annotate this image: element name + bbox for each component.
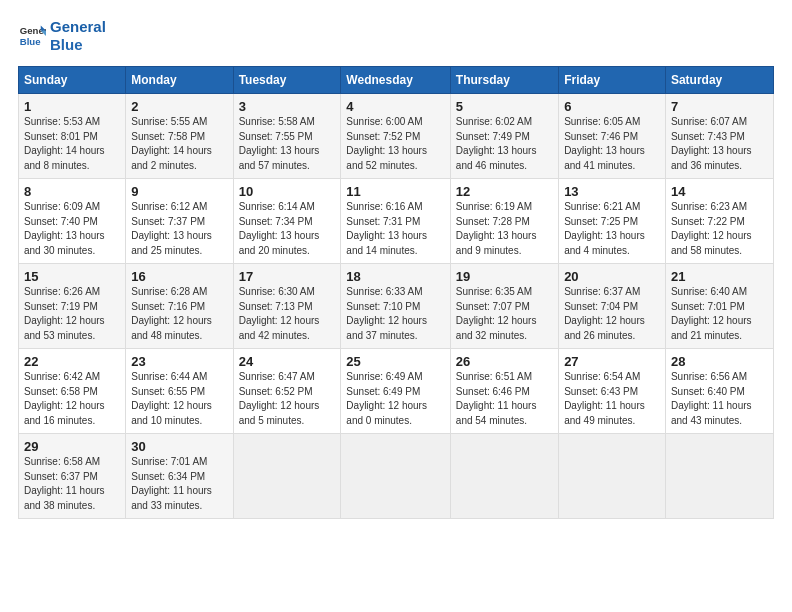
day-detail: Sunrise: 6:28 AMSunset: 7:16 PMDaylight:… (131, 285, 227, 343)
logo: General Blue GeneralBlue (18, 18, 106, 54)
calendar-cell: 15Sunrise: 6:26 AMSunset: 7:19 PMDayligh… (19, 264, 126, 349)
day-number: 17 (239, 269, 336, 284)
calendar-cell (341, 434, 451, 519)
weekday-friday: Friday (559, 67, 666, 94)
day-detail: Sunrise: 7:01 AMSunset: 6:34 PMDaylight:… (131, 455, 227, 513)
day-number: 27 (564, 354, 660, 369)
day-detail: Sunrise: 6:02 AMSunset: 7:49 PMDaylight:… (456, 115, 553, 173)
day-number: 18 (346, 269, 445, 284)
day-number: 13 (564, 184, 660, 199)
day-number: 5 (456, 99, 553, 114)
day-detail: Sunrise: 6:40 AMSunset: 7:01 PMDaylight:… (671, 285, 768, 343)
calendar-cell: 29Sunrise: 6:58 AMSunset: 6:37 PMDayligh… (19, 434, 126, 519)
weekday-saturday: Saturday (665, 67, 773, 94)
day-number: 24 (239, 354, 336, 369)
calendar-cell: 6Sunrise: 6:05 AMSunset: 7:46 PMDaylight… (559, 94, 666, 179)
logo-icon: General Blue (18, 22, 46, 50)
day-number: 15 (24, 269, 120, 284)
calendar-cell: 9Sunrise: 6:12 AMSunset: 7:37 PMDaylight… (126, 179, 233, 264)
day-detail: Sunrise: 6:51 AMSunset: 6:46 PMDaylight:… (456, 370, 553, 428)
day-number: 8 (24, 184, 120, 199)
day-detail: Sunrise: 6:37 AMSunset: 7:04 PMDaylight:… (564, 285, 660, 343)
day-detail: Sunrise: 6:44 AMSunset: 6:55 PMDaylight:… (131, 370, 227, 428)
day-detail: Sunrise: 6:49 AMSunset: 6:49 PMDaylight:… (346, 370, 445, 428)
calendar-cell: 17Sunrise: 6:30 AMSunset: 7:13 PMDayligh… (233, 264, 341, 349)
weekday-monday: Monday (126, 67, 233, 94)
calendar-cell: 22Sunrise: 6:42 AMSunset: 6:58 PMDayligh… (19, 349, 126, 434)
day-number: 26 (456, 354, 553, 369)
day-number: 2 (131, 99, 227, 114)
calendar-cell: 18Sunrise: 6:33 AMSunset: 7:10 PMDayligh… (341, 264, 451, 349)
calendar-cell: 24Sunrise: 6:47 AMSunset: 6:52 PMDayligh… (233, 349, 341, 434)
day-detail: Sunrise: 6:09 AMSunset: 7:40 PMDaylight:… (24, 200, 120, 258)
calendar-cell: 11Sunrise: 6:16 AMSunset: 7:31 PMDayligh… (341, 179, 451, 264)
calendar-cell: 19Sunrise: 6:35 AMSunset: 7:07 PMDayligh… (450, 264, 558, 349)
day-detail: Sunrise: 5:53 AMSunset: 8:01 PMDaylight:… (24, 115, 120, 173)
day-detail: Sunrise: 6:42 AMSunset: 6:58 PMDaylight:… (24, 370, 120, 428)
logo-text: GeneralBlue (50, 18, 106, 54)
day-number: 21 (671, 269, 768, 284)
day-detail: Sunrise: 6:19 AMSunset: 7:28 PMDaylight:… (456, 200, 553, 258)
calendar-cell: 20Sunrise: 6:37 AMSunset: 7:04 PMDayligh… (559, 264, 666, 349)
calendar-cell (233, 434, 341, 519)
calendar-week-1: 1Sunrise: 5:53 AMSunset: 8:01 PMDaylight… (19, 94, 774, 179)
calendar-cell: 27Sunrise: 6:54 AMSunset: 6:43 PMDayligh… (559, 349, 666, 434)
day-number: 22 (24, 354, 120, 369)
weekday-thursday: Thursday (450, 67, 558, 94)
day-number: 28 (671, 354, 768, 369)
day-number: 4 (346, 99, 445, 114)
day-number: 19 (456, 269, 553, 284)
calendar-cell: 14Sunrise: 6:23 AMSunset: 7:22 PMDayligh… (665, 179, 773, 264)
calendar-cell: 5Sunrise: 6:02 AMSunset: 7:49 PMDaylight… (450, 94, 558, 179)
day-number: 14 (671, 184, 768, 199)
day-detail: Sunrise: 6:12 AMSunset: 7:37 PMDaylight:… (131, 200, 227, 258)
day-number: 30 (131, 439, 227, 454)
day-number: 16 (131, 269, 227, 284)
calendar-cell: 7Sunrise: 6:07 AMSunset: 7:43 PMDaylight… (665, 94, 773, 179)
calendar-cell (559, 434, 666, 519)
calendar-week-4: 22Sunrise: 6:42 AMSunset: 6:58 PMDayligh… (19, 349, 774, 434)
day-number: 20 (564, 269, 660, 284)
day-detail: Sunrise: 6:16 AMSunset: 7:31 PMDaylight:… (346, 200, 445, 258)
calendar-cell: 4Sunrise: 6:00 AMSunset: 7:52 PMDaylight… (341, 94, 451, 179)
weekday-header-row: SundayMondayTuesdayWednesdayThursdayFrid… (19, 67, 774, 94)
day-number: 1 (24, 99, 120, 114)
calendar-cell: 1Sunrise: 5:53 AMSunset: 8:01 PMDaylight… (19, 94, 126, 179)
calendar-week-5: 29Sunrise: 6:58 AMSunset: 6:37 PMDayligh… (19, 434, 774, 519)
day-number: 25 (346, 354, 445, 369)
day-detail: Sunrise: 6:58 AMSunset: 6:37 PMDaylight:… (24, 455, 120, 513)
weekday-wednesday: Wednesday (341, 67, 451, 94)
day-detail: Sunrise: 5:55 AMSunset: 7:58 PMDaylight:… (131, 115, 227, 173)
calendar-table: SundayMondayTuesdayWednesdayThursdayFrid… (18, 66, 774, 519)
calendar-cell: 30Sunrise: 7:01 AMSunset: 6:34 PMDayligh… (126, 434, 233, 519)
calendar-cell: 10Sunrise: 6:14 AMSunset: 7:34 PMDayligh… (233, 179, 341, 264)
calendar-cell: 3Sunrise: 5:58 AMSunset: 7:55 PMDaylight… (233, 94, 341, 179)
day-detail: Sunrise: 5:58 AMSunset: 7:55 PMDaylight:… (239, 115, 336, 173)
day-number: 6 (564, 99, 660, 114)
day-detail: Sunrise: 6:00 AMSunset: 7:52 PMDaylight:… (346, 115, 445, 173)
day-detail: Sunrise: 6:56 AMSunset: 6:40 PMDaylight:… (671, 370, 768, 428)
day-number: 9 (131, 184, 227, 199)
day-detail: Sunrise: 6:21 AMSunset: 7:25 PMDaylight:… (564, 200, 660, 258)
calendar-week-3: 15Sunrise: 6:26 AMSunset: 7:19 PMDayligh… (19, 264, 774, 349)
day-number: 23 (131, 354, 227, 369)
calendar-cell: 13Sunrise: 6:21 AMSunset: 7:25 PMDayligh… (559, 179, 666, 264)
calendar-cell: 12Sunrise: 6:19 AMSunset: 7:28 PMDayligh… (450, 179, 558, 264)
svg-text:Blue: Blue (20, 36, 41, 47)
calendar-cell: 16Sunrise: 6:28 AMSunset: 7:16 PMDayligh… (126, 264, 233, 349)
day-detail: Sunrise: 6:30 AMSunset: 7:13 PMDaylight:… (239, 285, 336, 343)
calendar-cell: 8Sunrise: 6:09 AMSunset: 7:40 PMDaylight… (19, 179, 126, 264)
day-detail: Sunrise: 6:54 AMSunset: 6:43 PMDaylight:… (564, 370, 660, 428)
day-detail: Sunrise: 6:07 AMSunset: 7:43 PMDaylight:… (671, 115, 768, 173)
calendar-cell: 23Sunrise: 6:44 AMSunset: 6:55 PMDayligh… (126, 349, 233, 434)
day-detail: Sunrise: 6:33 AMSunset: 7:10 PMDaylight:… (346, 285, 445, 343)
day-detail: Sunrise: 6:05 AMSunset: 7:46 PMDaylight:… (564, 115, 660, 173)
day-number: 7 (671, 99, 768, 114)
calendar-cell: 28Sunrise: 6:56 AMSunset: 6:40 PMDayligh… (665, 349, 773, 434)
calendar-cell: 21Sunrise: 6:40 AMSunset: 7:01 PMDayligh… (665, 264, 773, 349)
page-header: General Blue GeneralBlue (18, 18, 774, 54)
calendar-cell: 25Sunrise: 6:49 AMSunset: 6:49 PMDayligh… (341, 349, 451, 434)
weekday-tuesday: Tuesday (233, 67, 341, 94)
day-detail: Sunrise: 6:14 AMSunset: 7:34 PMDaylight:… (239, 200, 336, 258)
calendar-cell: 2Sunrise: 5:55 AMSunset: 7:58 PMDaylight… (126, 94, 233, 179)
